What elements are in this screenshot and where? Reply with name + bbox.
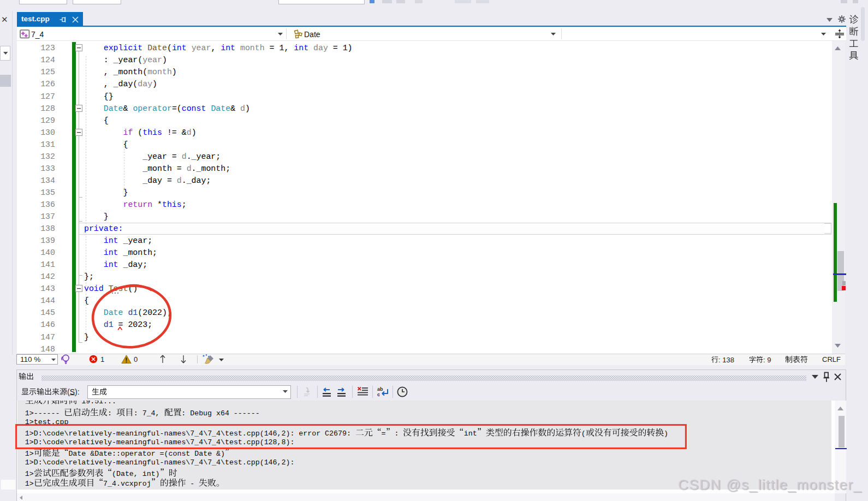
svg-text:ab: ab (377, 386, 383, 392)
svg-text:c: c (377, 392, 380, 397)
